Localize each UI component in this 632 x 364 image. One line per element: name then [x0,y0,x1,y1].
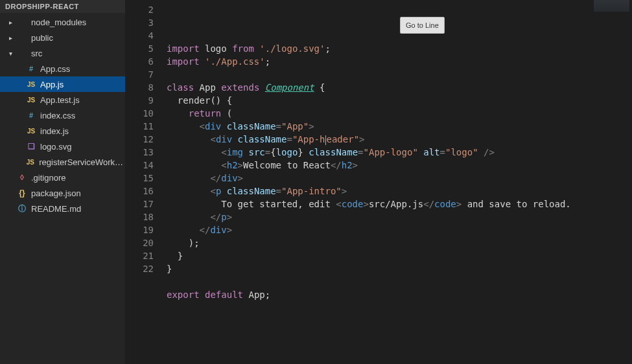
file-tree-item[interactable]: {}package.json [0,185,125,201]
token-tagb: > [238,173,243,183]
code-line[interactable]: import './App.css'; [167,55,632,68]
code-line[interactable]: </p> [167,210,632,223]
token-tag: code [434,199,456,209]
js-icon: JS [25,157,35,167]
code-line[interactable]: export default App; [167,288,632,301]
token-tagb: /> [484,147,495,157]
app-root: DROPSHIPP-REACT ▸node_modules▸public▾src… [0,0,632,364]
token-punc [167,95,178,106]
token-var: App [200,82,216,93]
token-punc [478,147,484,157]
token-tag: div [216,134,232,144]
file-tree-item[interactable]: ◊.gitignore [0,170,125,185]
file-tree-item[interactable]: ⓘREADME.md [0,201,125,216]
line-number: 6 [125,55,154,68]
token-punc: () { [210,95,232,106]
token-var: render [178,95,211,106]
line-number: 12 [125,133,154,146]
minimap-viewport[interactable] [594,0,629,12]
folder-twisty-icon[interactable]: ▾ [9,50,16,57]
token-punc [167,134,210,144]
file-tree-item[interactable]: #index.css [0,108,125,123]
token-attr: className [309,147,358,157]
file-tree-item[interactable]: #App.css [0,61,125,76]
token-attr: alt [423,147,439,157]
file-tree-label: package.json [31,188,81,198]
token-attrval: "App-intro" [281,186,342,196]
token-tagb: </ [200,225,211,235]
code-area[interactable]: Go to Line import logo from './logo.svg'… [167,0,632,364]
folder-icon [17,17,27,27]
file-tree-item[interactable]: JSindex.js [0,123,125,139]
token-punc: { [314,82,325,93]
token-tagb: < [221,160,226,170]
line-number: 18 [125,210,154,223]
token-var: src/App.js [369,199,423,209]
minimap[interactable] [587,0,632,364]
code-line[interactable]: return ( [167,107,632,120]
token-str: './App.css' [205,56,265,67]
code-line[interactable]: } [167,262,632,275]
code-line[interactable]: </div> [167,172,632,185]
token-tagb: </ [331,160,342,170]
code-line[interactable]: To get started, edit <code>src/App.js</c… [167,198,632,210]
token-var: App [248,290,264,300]
file-tree-item[interactable]: JSregisterServiceWorker.... [0,154,125,170]
code-line[interactable]: <div className="App"> [167,120,632,133]
folder-twisty-icon[interactable]: ▸ [9,34,16,41]
token-tag: div [221,173,237,183]
code-line[interactable]: <p className="App-intro"> [167,185,632,198]
code-editor[interactable]: 2345678910111213141516171819202122 Go to… [125,0,632,364]
js-icon: JS [26,126,36,136]
file-tree-label: logo.svg [40,142,71,152]
token-brace: } [298,147,303,157]
token-str: './logo.svg' [259,43,325,54]
token-tagb: > [359,134,364,144]
code-line[interactable]: import logo from './logo.svg'; [167,42,632,55]
file-tree: ▸node_modules▸public▾src#App.cssJSApp.js… [0,13,125,364]
token-punc: ( [221,108,232,119]
token-punc: } [167,251,183,261]
code-line[interactable]: <img src={logo} className="App-logo" alt… [167,146,632,159]
folder-twisty-icon[interactable]: ▸ [9,19,16,26]
code-line[interactable] [167,301,632,314]
css-icon: # [26,110,36,120]
token-tag: p [221,212,226,222]
folder-icon [17,32,27,43]
file-tree-item[interactable]: ▾src [0,45,125,61]
token-punc [227,43,232,54]
token-tag: img [227,147,243,157]
code-line[interactable]: <div className="App-header"> [167,133,632,146]
explorer-section-header[interactable]: DROPSHIPP-REACT [0,0,125,13]
file-tree-item[interactable]: JSApp.test.js [0,92,125,108]
token-tagb: = [276,186,281,196]
file-tree-item[interactable]: ❏logo.svg [0,139,125,154]
code-line[interactable] [167,275,632,288]
file-tree-item[interactable]: ▸node_modules [0,14,125,30]
token-tag: code [342,199,364,209]
code-line[interactable]: ); [167,236,632,249]
token-punc [167,108,189,119]
token-attrval: "App-logo" [364,147,418,157]
line-number: 10 [125,107,154,120]
token-attr: className [238,134,287,144]
file-tree-label: registerServiceWorker.... [39,157,125,167]
token-punc [167,212,210,222]
code-line[interactable]: class App extends Component { [167,81,632,94]
code-line[interactable]: render() { [167,94,632,107]
line-number: 8 [125,81,154,94]
line-number: 9 [125,94,154,107]
token-var: To get started, edit [221,199,336,209]
token-attrval: "App-h [292,134,325,144]
token-attrval: eader" [326,134,359,144]
line-number: 20 [125,236,154,249]
token-attrval: "App" [281,121,309,131]
code-line[interactable]: <h2>Welcome to React</h2> [167,159,632,172]
file-tree-item[interactable]: JSApp.js [0,76,125,92]
code-line[interactable]: </div> [167,223,632,236]
code-line[interactable] [167,68,632,81]
token-var: Welcome to React [243,160,331,170]
token-tagb: > [342,186,347,196]
code-line[interactable]: } [167,249,632,262]
file-tree-item[interactable]: ▸public [0,30,125,45]
